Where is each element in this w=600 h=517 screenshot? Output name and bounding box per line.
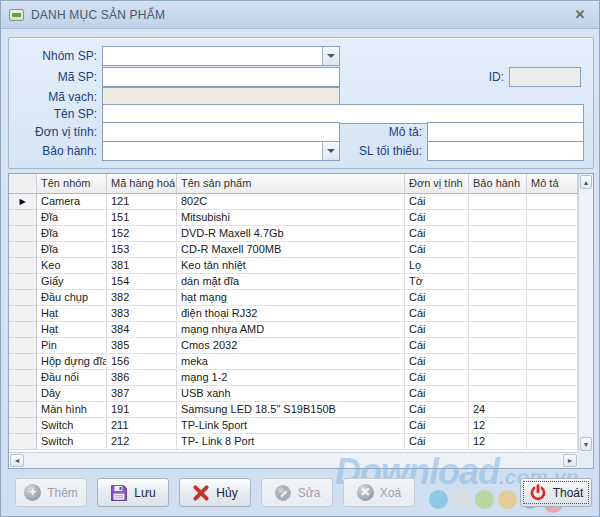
grid-cell[interactable]: Dây xyxy=(37,386,107,402)
grid-cell[interactable]: Cái xyxy=(405,402,469,418)
grid-cell[interactable]: 12 xyxy=(469,434,527,450)
grid-cell[interactable]: 153 xyxy=(107,242,177,258)
table-row[interactable]: Dây387USB xanhCái xyxy=(9,386,578,402)
mo-ta-input[interactable] xyxy=(427,122,584,142)
grid-cell[interactable] xyxy=(527,258,578,274)
grid-cell[interactable] xyxy=(527,354,578,370)
table-row[interactable]: ▶Camera121802CCái xyxy=(9,194,578,210)
row-selector-cell[interactable] xyxy=(9,370,37,386)
bao-hanh-combobox[interactable] xyxy=(102,141,340,161)
table-row[interactable]: Hộp đựng đĩa156mekaCái xyxy=(9,354,578,370)
row-selector-header[interactable] xyxy=(9,174,37,193)
grid-cell[interactable]: Đầu chụp xyxy=(37,290,107,306)
table-row[interactable]: Pin385Cmos 2032Cái xyxy=(9,338,578,354)
grid-cell[interactable]: Switch xyxy=(37,434,107,450)
row-selector-cell[interactable] xyxy=(9,418,37,434)
grid-cell[interactable]: Switch xyxy=(37,418,107,434)
row-selector-cell[interactable] xyxy=(9,258,37,274)
grid-cell[interactable] xyxy=(527,402,578,418)
grid-cell[interactable]: mạng nhựa AMD xyxy=(177,322,405,338)
grid-cell[interactable]: CD-R Maxell 700MB xyxy=(177,242,405,258)
grid-cell[interactable]: Đĩa xyxy=(37,226,107,242)
grid-cell[interactable] xyxy=(527,194,578,210)
table-row[interactable]: Keo381Keo tản nhiệtLọ xyxy=(9,258,578,274)
grid-cell[interactable] xyxy=(469,258,527,274)
grid-cell[interactable] xyxy=(469,242,527,258)
grid-cell[interactable]: USB xanh xyxy=(177,386,405,402)
grid-cell[interactable] xyxy=(469,370,527,386)
grid-cell[interactable]: 383 xyxy=(107,306,177,322)
grid-cell[interactable]: 152 xyxy=(107,226,177,242)
grid-cell[interactable]: Cái xyxy=(405,226,469,242)
grid-cell[interactable]: Mitsubishi xyxy=(177,210,405,226)
grid-cell[interactable]: 382 xyxy=(107,290,177,306)
grid-cell[interactable]: 156 xyxy=(107,354,177,370)
grid-cell[interactable] xyxy=(469,194,527,210)
row-selector-cell[interactable] xyxy=(9,290,37,306)
cancel-button[interactable]: Hủy xyxy=(179,478,251,507)
vertical-scrollbar[interactable]: ▲ ▼ xyxy=(578,174,593,452)
grid-cell[interactable]: Cái xyxy=(405,338,469,354)
row-selector-cell[interactable] xyxy=(9,274,37,290)
row-selector-cell[interactable] xyxy=(9,226,37,242)
grid-cell[interactable]: Đĩa xyxy=(37,242,107,258)
grid-cell[interactable]: 381 xyxy=(107,258,177,274)
grid-cell[interactable]: Cái xyxy=(405,418,469,434)
grid-cell[interactable] xyxy=(527,306,578,322)
grid-cell[interactable]: 154 xyxy=(107,274,177,290)
row-selector-cell[interactable] xyxy=(9,434,37,450)
grid-cell[interactable]: Hạt xyxy=(37,306,107,322)
grid-cell[interactable]: Tờ xyxy=(405,274,469,290)
table-row[interactable]: Giấy154dán mặt đĩaTờ xyxy=(9,274,578,290)
grid-cell[interactable] xyxy=(527,322,578,338)
table-row[interactable]: Đầu nối386mạng 1-2Cái xyxy=(9,370,578,386)
grid-cell[interactable]: Keo xyxy=(37,258,107,274)
close-icon[interactable]: ✕ xyxy=(569,4,591,26)
ten-sp-input[interactable] xyxy=(102,104,584,124)
row-selector-cell[interactable] xyxy=(9,338,37,354)
scroll-down-icon[interactable]: ▼ xyxy=(580,437,592,451)
grid-cell[interactable] xyxy=(527,338,578,354)
grid-cell[interactable]: Lọ xyxy=(405,258,469,274)
grid-cell[interactable]: 387 xyxy=(107,386,177,402)
grid-cell[interactable]: Giấy xyxy=(37,274,107,290)
grid-cell[interactable] xyxy=(469,338,527,354)
row-selector-cell[interactable] xyxy=(9,242,37,258)
grid-cell[interactable]: DVD-R Maxell 4.7Gb xyxy=(177,226,405,242)
row-selector-cell[interactable] xyxy=(9,306,37,322)
grid-cell[interactable]: điện thoại RJ32 xyxy=(177,306,405,322)
grid-cell[interactable] xyxy=(469,290,527,306)
grid-cell[interactable] xyxy=(469,386,527,402)
grid-cell[interactable] xyxy=(527,226,578,242)
scroll-right-icon[interactable]: ► xyxy=(563,454,577,467)
grid-cell[interactable] xyxy=(527,386,578,402)
grid-cell[interactable] xyxy=(469,322,527,338)
grid-cell[interactable]: Cái xyxy=(405,194,469,210)
grid-cell[interactable] xyxy=(469,354,527,370)
exit-button[interactable]: Thoát xyxy=(520,478,592,507)
grid-cell[interactable]: Hộp đựng đĩa xyxy=(37,354,107,370)
horizontal-scrollbar[interactable]: ◄ ► xyxy=(9,452,578,468)
grid-cell[interactable]: meka xyxy=(177,354,405,370)
grid-cell[interactable]: 385 xyxy=(107,338,177,354)
row-selector-cell[interactable] xyxy=(9,354,37,370)
grid-cell[interactable]: 386 xyxy=(107,370,177,386)
table-row[interactable]: Hạt384mạng nhựa AMDCái xyxy=(9,322,578,338)
grid-cell[interactable] xyxy=(527,418,578,434)
table-row[interactable]: Hạt383điện thoại RJ32Cái xyxy=(9,306,578,322)
table-row[interactable]: Màn hình191Samsung LED 18.5" S19B150BCái… xyxy=(9,402,578,418)
grid-cell[interactable]: Cái xyxy=(405,434,469,450)
grid-cell[interactable] xyxy=(469,306,527,322)
scroll-left-icon[interactable]: ◄ xyxy=(10,454,24,467)
grid-cell[interactable]: Đĩa xyxy=(37,210,107,226)
row-selector-cell[interactable]: ▶ xyxy=(9,194,37,210)
column-header[interactable]: Mô tả xyxy=(527,174,578,193)
column-header[interactable]: Bảo hành xyxy=(469,174,527,193)
grid-cell[interactable]: 211 xyxy=(107,418,177,434)
grid-cell[interactable]: Cái xyxy=(405,370,469,386)
grid-cell[interactable]: 212 xyxy=(107,434,177,450)
row-selector-cell[interactable] xyxy=(9,210,37,226)
grid-cell[interactable]: Samsung LED 18.5" S19B150B xyxy=(177,402,405,418)
grid-cell[interactable]: Cái xyxy=(405,306,469,322)
scroll-up-icon[interactable]: ▲ xyxy=(580,175,592,189)
